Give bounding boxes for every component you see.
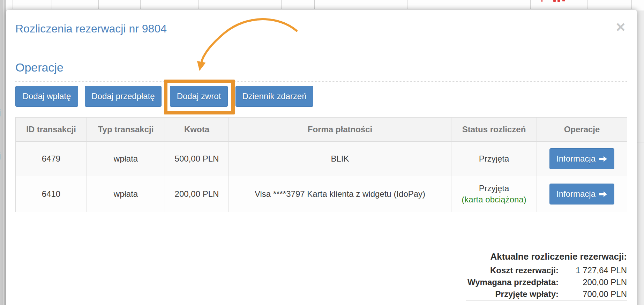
background-link-fragment: j <box>0 151 1 160</box>
summary-row: Przyjęte wpłaty: 700,00 PLN <box>466 288 627 300</box>
status-text: Przyjęta <box>454 154 534 164</box>
cell-transaction-type: wpłata <box>87 176 165 212</box>
close-icon[interactable]: × <box>613 19 629 36</box>
summary-row: Wymagana przedpłata: 200,00 PLN <box>466 276 627 288</box>
bg-grid-line <box>587 0 587 9</box>
red-text-fragment <box>562 0 565 1</box>
summary-rows: Koszt rezerwacji: 1 727,64 PLN Wymagana … <box>466 265 627 300</box>
cell-amount: 200,00 PLN <box>165 176 229 212</box>
cell-payment-method: Visa ****3797 Karta klienta z widgetu (I… <box>229 176 451 212</box>
settlement-modal: Rozliczenia rezerwacji nr 9804 × Operacj… <box>6 10 637 305</box>
cell-operations: Informacja <box>537 176 627 212</box>
informacja-button[interactable]: Informacja <box>549 184 614 204</box>
cell-operations: Informacja <box>537 142 627 176</box>
col-header-operations: Operacje <box>537 118 627 142</box>
status-note: (karta obciążona) <box>454 195 534 204</box>
bg-grid-line <box>98 0 99 9</box>
modal-title: Rozliczenia rezerwacji nr 9804 <box>15 22 167 35</box>
bg-grid-line <box>637 214 644 214</box>
informacja-button[interactable]: Informacja <box>549 148 614 169</box>
bg-grid-line <box>13 0 13 9</box>
summary-value: 1 727,64 PLN <box>559 265 627 276</box>
col-header-status: Status rozliczeń <box>451 118 537 142</box>
summary-row: Koszt rezerwacji: 1 727,64 PLN <box>466 265 627 276</box>
arrow-right-icon <box>599 191 607 197</box>
summary-value: 700,00 PLN <box>559 288 627 300</box>
cell-status: Przyjęta (karta obciążona) <box>451 176 537 212</box>
bg-grid-line <box>140 0 141 9</box>
bg-grid-line <box>643 10 643 305</box>
summary-label: Przyjęte wpłaty: <box>466 288 559 300</box>
cell-transaction-id: 6410 <box>16 176 87 212</box>
bg-grid-line <box>198 0 199 9</box>
cell-amount: 500,00 PLN <box>165 142 229 176</box>
red-text-fragment <box>541 0 542 2</box>
table-row: 6479 wpłata 500,00 PLN BLIK Przyjęta Inf… <box>16 142 627 176</box>
col-header-amount: Kwota <box>165 118 229 142</box>
summary-label: Wymagana przedpłata: <box>466 276 559 288</box>
bg-grid-line <box>314 0 315 9</box>
background-link-fragment: j <box>0 108 1 117</box>
dodaj-zwrot-button[interactable]: Dodaj zwrot <box>170 86 228 107</box>
informacja-button-label: Informacja <box>556 154 596 164</box>
dodaj-wplate-button[interactable]: Dodaj wpłatę <box>15 86 78 107</box>
settlement-summary: Aktualne rozliczenie rezerwacji: Koszt r… <box>466 250 627 300</box>
col-header-type: Typ transakcji <box>87 118 165 142</box>
table-header-row: ID transakcji Typ transakcji Kwota Forma… <box>16 118 627 142</box>
status-text: Przyjęta <box>454 184 534 193</box>
bg-grid-line <box>530 0 531 9</box>
cell-transaction-type: wpłata <box>87 142 165 176</box>
dotted-divider <box>15 81 627 82</box>
dziennik-zdarzen-button[interactable]: Dziennik zdarzeń <box>235 86 313 107</box>
summary-value: 200,00 PLN <box>559 276 627 288</box>
cell-status: Przyjęta <box>451 142 537 176</box>
divider <box>6 48 637 48</box>
bg-grid-line <box>631 0 632 9</box>
red-text-fragment <box>553 0 556 2</box>
col-header-id: ID transakcji <box>16 118 87 142</box>
bg-grid-line <box>6 7 644 7</box>
dodaj-przedplate-button[interactable]: Dodaj przedpłatę <box>85 86 162 107</box>
red-text-fragment <box>557 0 560 2</box>
bg-grid-line <box>52 0 52 9</box>
bg-grid-line <box>3 0 3 305</box>
bg-grid-line <box>281 0 282 9</box>
background-table-top <box>6 0 644 10</box>
section-heading-operacje: Operacje <box>15 60 63 74</box>
transactions-table: ID transakcji Typ transakcji Kwota Forma… <box>15 117 627 212</box>
summary-title: Aktualne rozliczenie rezerwacji: <box>466 250 627 263</box>
background-right-strip <box>637 10 644 305</box>
col-header-payment: Forma płatności <box>229 118 451 142</box>
bg-grid-line <box>407 0 407 9</box>
bg-grid-line <box>637 142 644 142</box>
cell-transaction-id: 6479 <box>16 142 87 176</box>
cell-payment-method: BLIK <box>229 142 451 176</box>
arrow-right-icon <box>599 156 607 162</box>
table-row: 6410 wpłata 200,00 PLN Visa ****3797 Kar… <box>16 176 627 212</box>
bg-grid-line <box>637 178 644 178</box>
background-left-strip: j j <box>0 0 6 305</box>
orange-annotation-arrow <box>6 10 320 87</box>
summary-label: Koszt rezerwacji: <box>466 265 559 276</box>
informacja-button-label: Informacja <box>556 189 596 199</box>
